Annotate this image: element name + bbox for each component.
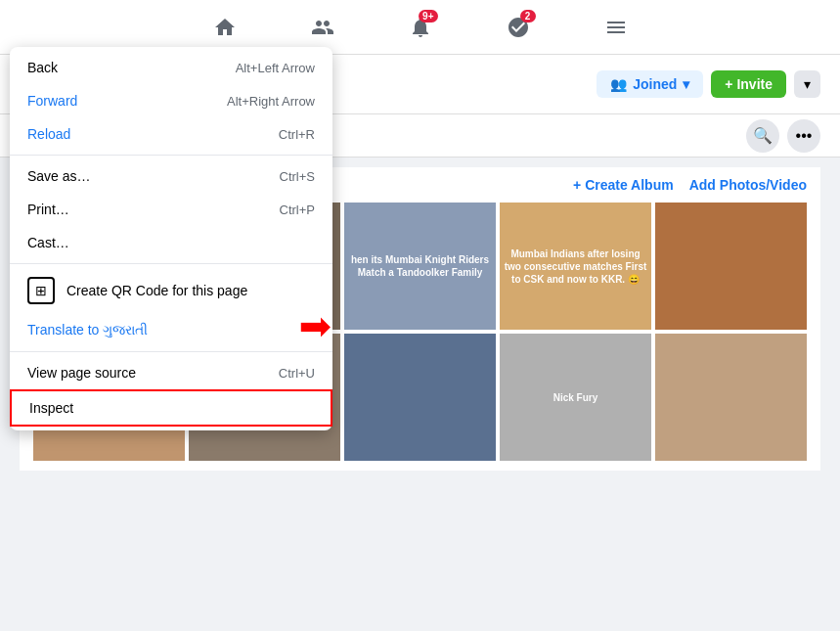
context-menu-cast[interactable]: Cast… bbox=[10, 226, 332, 259]
qr-label: Create QR Code for this page bbox=[66, 283, 247, 298]
menu-nav-icon[interactable] bbox=[597, 8, 636, 47]
photo-cell-4[interactable]: Mumbai Indians after losing two consecut… bbox=[500, 203, 651, 330]
context-menu-qr[interactable]: ⊞ Create QR Code for this page bbox=[10, 268, 332, 313]
view-source-shortcut: Ctrl+U bbox=[279, 366, 315, 381]
create-album-button[interactable]: + Create Album bbox=[573, 177, 674, 193]
photo-image-8 bbox=[344, 334, 496, 461]
context-menu-translate[interactable]: Translate to ગુજરાતી bbox=[10, 313, 332, 347]
context-menu-divider-3 bbox=[10, 351, 332, 352]
joined-icon: 👥 bbox=[610, 76, 627, 92]
inspect-label: Inspect bbox=[29, 400, 73, 416]
photo-image-9: Nick Fury bbox=[500, 334, 651, 461]
print-label: Print… bbox=[27, 202, 69, 217]
joined-label: Joined bbox=[633, 76, 677, 92]
more-button[interactable]: ▾ bbox=[794, 70, 820, 98]
context-menu-reload[interactable]: Reload Ctrl+R bbox=[10, 117, 332, 151]
photo-image-3: hen its Mumbai Knight Riders Match a Tan… bbox=[344, 203, 496, 330]
context-menu: Back Alt+Left Arrow Forward Alt+Right Ar… bbox=[10, 47, 332, 430]
context-menu-save[interactable]: Save as… Ctrl+S bbox=[10, 159, 332, 193]
context-menu-view-source[interactable]: View page source Ctrl+U bbox=[10, 356, 332, 389]
forward-label: Forward bbox=[27, 93, 77, 109]
tab-actions: 🔍 ••• bbox=[746, 119, 820, 153]
groups-badge: 2 bbox=[520, 10, 536, 23]
reload-label: Reload bbox=[27, 126, 70, 142]
groups-nav-icon[interactable]: 2 bbox=[499, 8, 538, 47]
notifications-badge: 9+ bbox=[419, 10, 437, 23]
more-tab-button[interactable]: ••• bbox=[787, 119, 820, 153]
print-shortcut: Ctrl+P bbox=[280, 203, 315, 217]
qr-icon: ⊞ bbox=[27, 277, 55, 304]
save-shortcut: Ctrl+S bbox=[280, 169, 315, 184]
photo-cell-5[interactable] bbox=[655, 203, 807, 330]
notifications-nav-icon[interactable]: 9+ bbox=[401, 8, 440, 47]
joined-button[interactable]: 👥 Joined ▾ bbox=[597, 70, 703, 98]
context-menu-divider-1 bbox=[10, 155, 332, 156]
invite-label: + Invite bbox=[725, 76, 773, 92]
context-menu-print[interactable]: Print… Ctrl+P bbox=[10, 193, 332, 226]
back-shortcut: Alt+Left Arrow bbox=[236, 61, 315, 75]
photo-cell-9[interactable]: Nick Fury bbox=[500, 334, 651, 461]
translate-label: Translate to ગુજરાતી bbox=[27, 322, 148, 338]
photo-image-4: Mumbai Indians after losing two consecut… bbox=[500, 203, 651, 330]
context-menu-back[interactable]: Back Alt+Left Arrow bbox=[10, 51, 332, 84]
home-nav-icon[interactable] bbox=[205, 8, 244, 47]
cast-label: Cast… bbox=[27, 235, 69, 250]
search-tab-button[interactable]: 🔍 bbox=[746, 119, 779, 153]
chevron-down-icon: ▾ bbox=[804, 76, 811, 92]
friends-nav-icon[interactable] bbox=[303, 8, 342, 47]
invite-button[interactable]: + Invite bbox=[711, 70, 786, 98]
photo-cell-8[interactable] bbox=[344, 334, 496, 461]
photo-cell-10[interactable] bbox=[655, 334, 807, 461]
reload-shortcut: Ctrl+R bbox=[279, 127, 315, 142]
view-source-label: View page source bbox=[27, 365, 136, 381]
red-arrow-indicator: ⬅ bbox=[298, 303, 332, 348]
add-photos-button[interactable]: Add Photos/Video bbox=[689, 177, 807, 193]
photo-image-5 bbox=[655, 203, 807, 330]
context-menu-inspect[interactable]: Inspect bbox=[10, 389, 332, 427]
forward-shortcut: Alt+Right Arrow bbox=[227, 94, 315, 109]
joined-chevron: ▾ bbox=[683, 76, 689, 92]
save-label: Save as… bbox=[27, 168, 91, 184]
back-label: Back bbox=[27, 60, 58, 75]
photo-cell-3[interactable]: hen its Mumbai Knight Riders Match a Tan… bbox=[344, 203, 496, 330]
photo-image-10 bbox=[655, 334, 807, 461]
context-menu-divider-2 bbox=[10, 263, 332, 264]
context-menu-forward[interactable]: Forward Alt+Right Arrow bbox=[10, 84, 332, 117]
